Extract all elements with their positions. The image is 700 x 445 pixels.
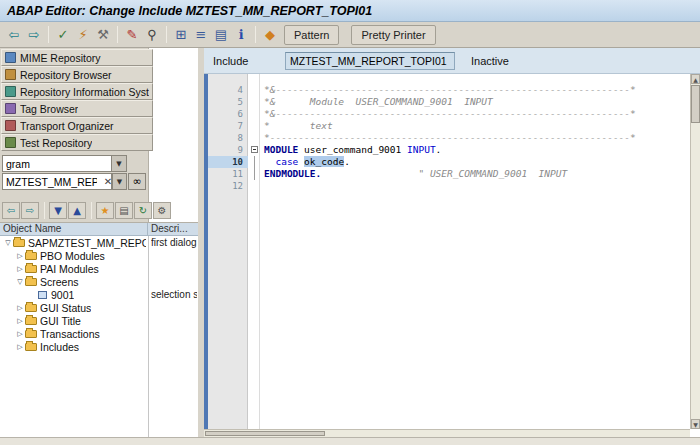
- activate-icon: ⚡: [78, 28, 87, 41]
- expand-icon[interactable]: ▷: [15, 317, 25, 325]
- tree-row[interactable]: ▽SAPMZTEST_MM_REPORTfirst dialog: [0, 236, 198, 249]
- test-button[interactable]: ⚒: [93, 25, 113, 45]
- tree-row[interactable]: ▷Includes: [0, 340, 198, 353]
- tree-row[interactable]: ▷Transactions: [0, 327, 198, 340]
- code-line[interactable]: 6*&-------------------------------------…: [208, 108, 690, 120]
- back-button[interactable]: ⇦: [4, 25, 24, 45]
- refresh-icon: ↻: [139, 206, 147, 216]
- fold-margin: [248, 144, 260, 156]
- tree-row[interactable]: ▷GUI Status: [0, 301, 198, 314]
- settings-button[interactable]: ⚙: [153, 202, 171, 219]
- tree-row[interactable]: 9001selection sc: [0, 288, 198, 301]
- code-text: case ok_code.: [260, 156, 350, 168]
- sidebar-item-transport-organizer[interactable]: Transport Organizer: [1, 117, 153, 134]
- history-back-button[interactable]: ⇦: [2, 202, 20, 219]
- fold-scope-line: [254, 168, 255, 180]
- object-type-dropdown-button[interactable]: ▼: [112, 155, 127, 172]
- status-bar: [0, 437, 700, 445]
- code-line[interactable]: 4*&-------------------------------------…: [208, 84, 690, 96]
- expand-icon[interactable]: ▷: [15, 265, 25, 273]
- pattern-button[interactable]: ◆: [260, 25, 280, 45]
- collapse-icon[interactable]: ▽: [15, 278, 25, 286]
- toolbar-icon-group: ⇦⇨✓⚡⚒✎⚲⊞≡▤ℹ◆: [4, 25, 280, 45]
- history-forward-button[interactable]: ⇨: [21, 202, 39, 219]
- pattern-button[interactable]: Pattern: [284, 25, 339, 45]
- sidebar-item-repository-browser[interactable]: Repository Browser: [1, 66, 153, 83]
- object-type-select[interactable]: gram: [2, 155, 112, 172]
- pretty-printer-button[interactable]: Pretty Printer: [351, 25, 435, 45]
- code-line[interactable]: 8*--------------------------------------…: [208, 132, 690, 144]
- code-line[interactable]: 12: [208, 180, 690, 192]
- sort-descending-button[interactable]: ▼: [49, 202, 67, 219]
- screen-icon: [38, 291, 47, 299]
- refresh-button[interactable]: ↻: [134, 202, 152, 219]
- code-line[interactable]: 10 case ok_code.: [208, 156, 690, 168]
- horizontal-scrollbar[interactable]: [204, 429, 690, 437]
- horizontal-scroll-thumb[interactable]: [205, 431, 325, 436]
- object-name-dropdown-button[interactable]: ▼: [112, 173, 127, 190]
- line-number: 12: [208, 180, 248, 192]
- scroll-down-icon[interactable]: ▼: [691, 419, 700, 429]
- include-name-field[interactable]: MZTEST_MM_REPORT_TOPI01: [285, 52, 455, 70]
- vertical-scrollbar[interactable]: ▲ ▼: [690, 74, 700, 429]
- sidebar-item-repository-information-system[interactable]: Repository Information System: [1, 83, 153, 100]
- tree-row[interactable]: ▷PAI Modules: [0, 262, 198, 275]
- code-lines: 4*&-------------------------------------…: [208, 84, 690, 192]
- include-header-row: Include MZTEST_MM_REPORT_TOPI01 Inactive: [204, 48, 700, 74]
- sidebar-item-tag-browser[interactable]: Tag Browser: [1, 100, 153, 117]
- clear-icon[interactable]: ✕: [102, 176, 114, 188]
- code-line[interactable]: 7* text: [208, 120, 690, 132]
- info-icon: ℹ: [239, 28, 244, 41]
- expand-icon[interactable]: ▷: [15, 343, 25, 351]
- tree-row[interactable]: ▽Screens: [0, 275, 198, 288]
- activate-button[interactable]: ⚡: [73, 25, 93, 45]
- code-text: ENDMODULE. " USER_COMMAND_9001 INPUT: [260, 168, 567, 180]
- tree-row[interactable]: ▷GUI Title: [0, 314, 198, 327]
- code-text: *---------------------------------------…: [260, 132, 636, 144]
- folder-icon: [25, 330, 37, 338]
- scroll-up-icon[interactable]: ▲: [691, 74, 700, 84]
- code-line[interactable]: 11ENDMODULE. " USER_COMMAND_9001 INPUT: [208, 168, 690, 180]
- check-button[interactable]: ✓: [53, 25, 73, 45]
- expand-icon[interactable]: ▷: [15, 330, 25, 338]
- expand-icon[interactable]: ▷: [15, 252, 25, 260]
- display-change-button[interactable]: ✎: [122, 25, 142, 45]
- code-line[interactable]: 5*& Module USER_COMMAND_9001 INPUT: [208, 96, 690, 108]
- title-bar: ABAP Editor: Change Include MZTEST_MM_RE…: [0, 0, 700, 22]
- display-object-button[interactable]: ∞: [128, 173, 146, 190]
- history-forward-icon: ⇨: [26, 206, 34, 216]
- navigation-window-button[interactable]: ▤: [211, 25, 231, 45]
- repository-information-system-icon: [5, 86, 16, 97]
- worklist-button[interactable]: ≡: [191, 25, 211, 45]
- sidebar-description-column: [148, 48, 198, 222]
- object-name-row: ✕ ▼ ∞: [2, 173, 146, 190]
- display-change-icon: ✎: [127, 28, 138, 41]
- tree-row[interactable]: ▷PBO Modules: [0, 249, 198, 262]
- code-line[interactable]: 9MODULE user_command_9001 INPUT.: [208, 144, 690, 156]
- info-button[interactable]: ℹ: [231, 25, 251, 45]
- fold-margin: [248, 168, 260, 180]
- object-name-input[interactable]: [2, 173, 112, 190]
- collapse-icon[interactable]: ▽: [3, 239, 13, 247]
- folder-icon: [25, 317, 37, 325]
- find-button[interactable]: ⚲: [142, 25, 162, 45]
- object-list-button[interactable]: ⊞: [171, 25, 191, 45]
- code-editor[interactable]: 4*&-------------------------------------…: [204, 74, 690, 429]
- status-badge: Inactive: [471, 55, 509, 67]
- fold-collapse-icon[interactable]: [251, 146, 258, 153]
- sidebar-item-mime-repository[interactable]: MIME Repository: [1, 49, 153, 66]
- vertical-scroll-thumb[interactable]: [691, 85, 700, 123]
- tree-row-label: GUI Status: [40, 302, 91, 314]
- print-button[interactable]: ▤: [115, 202, 133, 219]
- tree-row-label: SAPMZTEST_MM_REPORT: [28, 237, 146, 249]
- object-list-icon: ⊞: [176, 28, 187, 41]
- sort-ascending-button[interactable]: ▲: [68, 202, 86, 219]
- folder-icon: [25, 278, 37, 286]
- sidebar-item-label: Repository Information System: [20, 86, 149, 98]
- sidebar-item-test-repository[interactable]: Test Repository: [1, 134, 153, 151]
- expand-icon[interactable]: ▷: [15, 304, 25, 312]
- tree-row-label: Transactions: [40, 328, 100, 340]
- tree-header: Object Name Descri...: [0, 223, 198, 236]
- forward-button[interactable]: ⇨: [24, 25, 44, 45]
- favorites-button[interactable]: ★: [96, 202, 114, 219]
